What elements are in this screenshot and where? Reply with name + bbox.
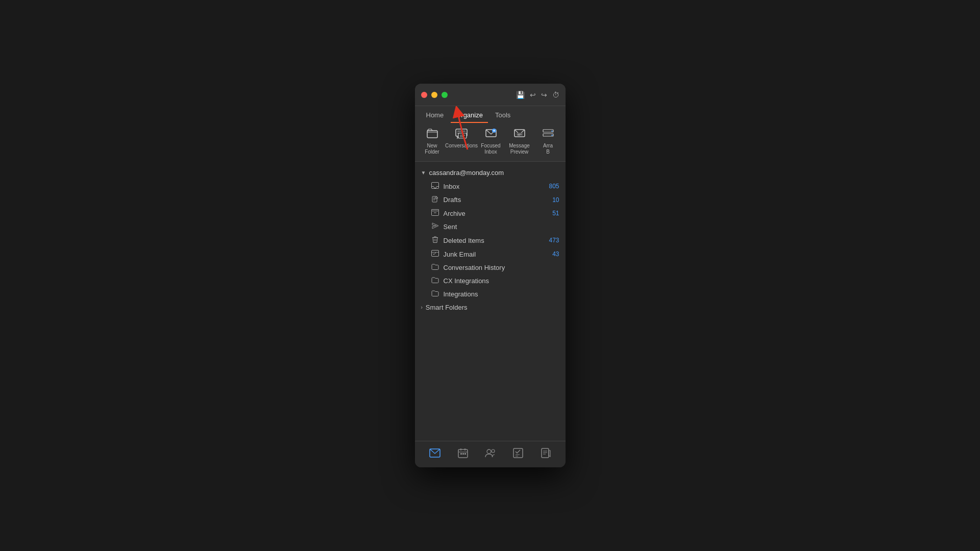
message-preview-label: MessagePreview <box>509 143 530 155</box>
cx-integrations-label: CX Integrations <box>444 277 559 285</box>
svg-rect-18 <box>464 453 466 455</box>
svg-rect-17 <box>462 453 464 455</box>
new-folder-icon <box>427 128 438 142</box>
svg-point-19 <box>487 449 491 454</box>
folder-list: Inbox 805 Drafts 10 <box>415 180 566 300</box>
undo-icon[interactable]: ↩ <box>530 91 536 99</box>
svg-rect-10 <box>432 196 437 202</box>
svg-rect-22 <box>542 448 549 458</box>
trash-icon <box>431 236 439 245</box>
inbox-icon <box>431 182 439 190</box>
folder-item-archive[interactable]: Archive 51 <box>415 207 566 220</box>
nav-calendar-button[interactable] <box>453 446 473 463</box>
svg-rect-12 <box>432 210 439 211</box>
new-folder-label: NewFolder <box>425 143 439 155</box>
nav-tabs: Home Organize Tools <box>415 106 566 123</box>
sent-icon <box>431 222 439 231</box>
junk-email-label: Junk Email <box>444 251 553 258</box>
nav-people-button[interactable] <box>480 446 501 462</box>
save-icon[interactable]: 💾 <box>516 91 525 99</box>
sidebar-spacer <box>415 314 566 437</box>
timer-icon[interactable]: ⏱ <box>552 91 559 99</box>
conversations-icon <box>455 128 468 142</box>
bottom-nav-bar <box>415 441 566 467</box>
sent-label: Sent <box>444 223 559 231</box>
arrange-by-button[interactable]: ArraB <box>535 126 561 157</box>
drafts-icon <box>431 195 439 204</box>
folder-item-cx-integrations[interactable]: CX Integrations <box>415 274 566 287</box>
inbox-badge: 805 <box>549 183 559 190</box>
cx-integrations-folder-icon <box>431 277 439 285</box>
mail-nav-icon <box>429 448 440 460</box>
tab-home[interactable]: Home <box>421 109 449 123</box>
integrations-folder-icon <box>431 290 439 298</box>
message-preview-icon <box>514 128 525 142</box>
svg-point-20 <box>492 449 495 453</box>
folder-item-inbox[interactable]: Inbox 805 <box>415 180 566 193</box>
folder-item-integrations[interactable]: Integrations <box>415 287 566 300</box>
new-folder-button[interactable]: NewFolder <box>419 126 446 157</box>
drafts-badge: 10 <box>552 196 559 204</box>
conversation-history-label: Conversation History <box>444 264 559 271</box>
archive-label: Archive <box>444 210 553 217</box>
people-nav-icon <box>485 448 496 460</box>
junk-email-badge: 43 <box>552 251 559 258</box>
inbox-label: Inbox <box>444 183 549 190</box>
arrange-by-label: ArraB <box>543 143 553 155</box>
conversation-history-folder-icon <box>431 263 439 271</box>
folder-item-sent[interactable]: Sent <box>415 220 566 233</box>
nav-mail-button[interactable] <box>424 446 446 462</box>
deleted-items-badge: 473 <box>549 237 559 244</box>
tab-tools[interactable]: Tools <box>490 109 516 123</box>
conversations-label: Conversations <box>445 143 478 149</box>
smart-folders-header[interactable]: › Smart Folders <box>415 300 566 314</box>
account-chevron-icon: ▼ <box>421 170 426 176</box>
redo-icon[interactable]: ↪ <box>541 91 547 99</box>
arrange-by-icon <box>543 128 554 142</box>
svg-rect-16 <box>460 453 462 455</box>
nav-notes-button[interactable] <box>535 446 556 463</box>
junk-icon <box>431 250 439 258</box>
folder-item-conversation-history[interactable]: Conversation History <box>415 261 566 274</box>
minimize-button[interactable] <box>431 92 437 98</box>
smart-folders-chevron-icon: › <box>421 305 423 310</box>
archive-badge: 51 <box>552 210 559 217</box>
focused-inbox-label: FocusedInbox <box>481 143 500 155</box>
drafts-label: Drafts <box>444 196 553 204</box>
sidebar: ▼ cassandra@monday.com Inbox 805 <box>415 162 566 441</box>
message-preview-button[interactable]: MessagePreview <box>506 126 533 157</box>
folder-item-junk[interactable]: Junk Email 43 <box>415 247 566 261</box>
focused-inbox-button[interactable]: FocusedInbox <box>478 126 504 157</box>
focused-inbox-icon <box>485 128 497 142</box>
archive-icon <box>431 209 439 217</box>
app-window: 💾 ↩ ↪ ⏱ Home Organize Tools NewFolder <box>415 84 566 467</box>
account-header[interactable]: ▼ cassandra@monday.com <box>415 166 566 180</box>
smart-folders-label: Smart Folders <box>426 304 468 311</box>
integrations-label: Integrations <box>444 290 559 298</box>
title-bar: 💾 ↩ ↪ ⏱ <box>415 84 566 106</box>
toolbar: NewFolder Conversations <box>415 123 566 161</box>
account-email: cassandra@monday.com <box>429 169 504 177</box>
svg-rect-9 <box>432 183 439 189</box>
ribbon: Home Organize Tools NewFolder <box>415 106 566 162</box>
svg-rect-11 <box>432 211 439 216</box>
folder-item-deleted[interactable]: Deleted Items 473 <box>415 233 566 247</box>
tab-organize[interactable]: Organize <box>451 109 488 123</box>
deleted-items-label: Deleted Items <box>444 237 549 244</box>
svg-rect-0 <box>427 131 437 138</box>
title-bar-icons: 💾 ↩ ↪ ⏱ <box>516 91 559 99</box>
conversations-button[interactable]: Conversations <box>448 126 476 157</box>
calendar-nav-icon <box>458 448 468 461</box>
folder-item-drafts[interactable]: Drafts 10 <box>415 193 566 207</box>
notes-nav-icon <box>541 448 551 461</box>
tasks-nav-icon <box>513 448 523 461</box>
maximize-button[interactable] <box>442 92 448 98</box>
close-button[interactable] <box>421 92 427 98</box>
svg-rect-2 <box>458 133 467 138</box>
nav-tasks-button[interactable] <box>508 446 528 463</box>
